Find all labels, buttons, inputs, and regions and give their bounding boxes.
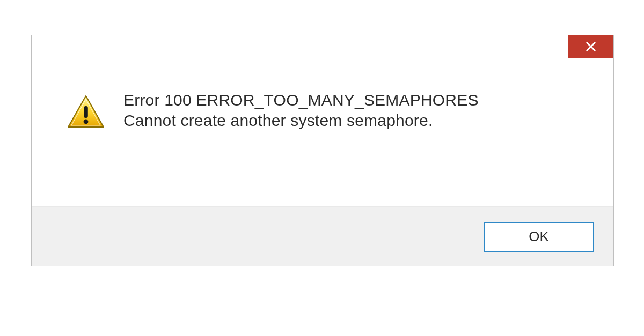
close-button[interactable]: [568, 35, 613, 58]
error-text: Error 100 ERROR_TOO_MANY_SEMAPHORES Cann…: [123, 90, 591, 131]
dialog-body: Error 100 ERROR_TOO_MANY_SEMAPHORES Cann…: [32, 64, 613, 207]
error-dialog: Error 100 ERROR_TOO_MANY_SEMAPHORES Cann…: [31, 35, 614, 266]
warning-triangle-icon: [67, 94, 105, 130]
titlebar: [32, 35, 613, 64]
svg-rect-0: [84, 106, 88, 118]
error-message: Cannot create another system semaphore.: [123, 110, 591, 131]
svg-point-1: [84, 120, 89, 124]
error-title: Error 100 ERROR_TOO_MANY_SEMAPHORES: [123, 90, 591, 110]
dialog-footer: OK: [32, 207, 613, 266]
ok-button[interactable]: OK: [484, 222, 594, 252]
viewport: Error 100 ERROR_TOO_MANY_SEMAPHORES Cann…: [0, 0, 644, 336]
close-icon: [585, 41, 597, 53]
